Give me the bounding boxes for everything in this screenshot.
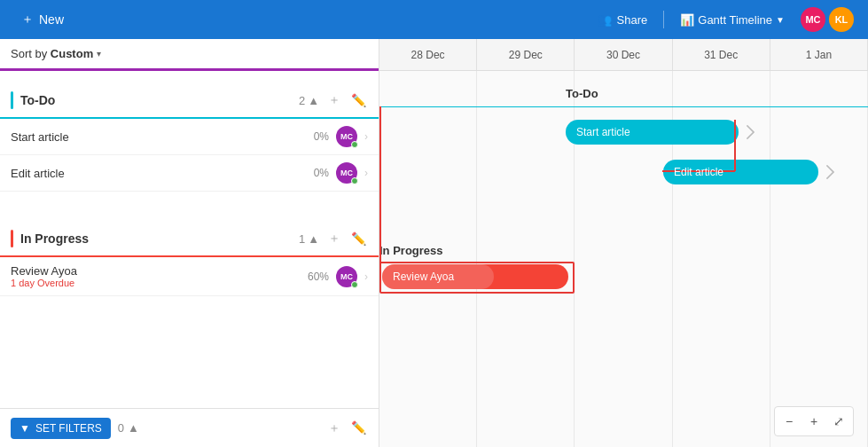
share-label: Share <box>617 13 648 27</box>
task-list: To-Do 2 ▲ ＋ ✏️ Start article 0% MC <box>0 71 379 408</box>
gantt-bar-container-start-article[interactable]: Start article <box>566 120 753 145</box>
avatar-group: MC KL <box>801 7 854 32</box>
date-label: 28 Dec <box>411 49 445 61</box>
bottom-actions: ＋ ✏️ <box>326 419 368 438</box>
avatar-initials: MC <box>340 272 353 281</box>
edit-bottom-icon[interactable]: ✏️ <box>349 419 368 438</box>
sort-bar[interactable]: Sort by Custom ▾ <box>0 39 379 71</box>
sort-field: Custom <box>51 47 93 60</box>
new-button[interactable]: ＋ New <box>14 8 71 31</box>
gantt-panel: 28 Dec 29 Dec 30 Dec 31 Dec 1 Jan <box>379 39 868 447</box>
section-actions: ＋ ✏️ <box>326 90 368 110</box>
task-name: Review Ayoa 1 day Overdue <box>11 264 293 288</box>
task-row[interactable]: Edit article 0% MC › <box>0 155 379 192</box>
share-icon: 👥 <box>598 13 612 27</box>
grid-col <box>379 71 477 447</box>
sort-asc-icon: ▲ <box>308 232 319 246</box>
avatar: MC <box>336 266 357 287</box>
avatar[interactable]: KL <box>829 7 854 32</box>
task-progress: 0% <box>301 130 329 143</box>
sort-bar-text: Sort by Custom <box>11 47 93 60</box>
zoom-plus-button[interactable]: + <box>803 411 825 432</box>
add-bottom-icon[interactable]: ＋ <box>326 419 342 438</box>
sort-asc-icon: ▲ <box>308 94 319 107</box>
gantt-bar-container-review-ayoa[interactable]: Review Ayoa <box>382 264 568 289</box>
bottom-bar: ▼ SET FILTERS 0 ▲ ＋ ✏️ <box>0 408 379 447</box>
avatar-initials: MC <box>340 132 353 141</box>
date-label: 30 Dec <box>606 49 640 61</box>
gantt-bar-end-arrow <box>820 165 835 180</box>
section-color-bar <box>11 91 13 109</box>
section-count: 1 ▲ <box>299 232 319 246</box>
add-task-icon[interactable]: ＋ <box>326 229 342 248</box>
task-progress: 60% <box>301 271 329 283</box>
spacer <box>0 192 379 209</box>
overdue-label: 1 day Overdue <box>11 278 293 288</box>
zoom-reset-button[interactable]: ⤢ <box>828 411 849 432</box>
share-button[interactable]: 👥 Share <box>589 10 657 30</box>
task-expand-icon[interactable]: › <box>364 271 368 283</box>
gantt-bar-container-edit-article[interactable]: Edit article <box>663 160 833 184</box>
timeline-col-28dec: 28 Dec <box>379 39 477 70</box>
zoom-minus-button[interactable]: − <box>778 411 800 432</box>
header-divider <box>663 11 664 28</box>
date-label: 29 Dec <box>509 49 543 61</box>
count-value: 0 <box>118 421 124 435</box>
gantt-bar-label: Edit article <box>674 166 723 178</box>
add-task-icon[interactable]: ＋ <box>326 90 342 110</box>
section-todo: To-Do 2 ▲ ＋ ✏️ Start article 0% MC <box>0 82 379 192</box>
timeline-col-30dec: 30 Dec <box>575 39 672 70</box>
section-title: In Progress <box>20 231 292 246</box>
edit-section-icon[interactable]: ✏️ <box>349 230 368 247</box>
sort-chevron-icon: ▾ <box>97 49 101 59</box>
gantt-label: Gantt Timeline <box>698 13 772 27</box>
online-dot <box>351 141 358 148</box>
gantt-section-label-in-progress: In Progress <box>379 244 443 257</box>
task-name: Start article <box>11 130 293 144</box>
timeline-col-31dec: 31 Dec <box>673 39 770 70</box>
section-color-bar <box>11 230 13 247</box>
task-expand-icon[interactable]: › <box>364 130 368 143</box>
zoom-controls: − + ⤢ <box>774 406 854 436</box>
todo-divider-line <box>379 106 868 107</box>
avatar-initials: KL <box>835 14 848 25</box>
timeline-body: To-Do Start article Edit article <box>379 71 868 447</box>
grid-col <box>770 71 868 447</box>
app-header: ＋ New 👥 Share 📊 Gantt Timeline ▼ MC KL <box>0 0 868 39</box>
sort-asc-icon: ▲ <box>128 421 139 435</box>
gantt-bar-start-article: Start article <box>566 120 739 145</box>
avatar[interactable]: MC <box>801 7 825 32</box>
section-in-progress: In Progress 1 ▲ ＋ ✏️ Review Ayoa 1 day O… <box>0 220 379 296</box>
timeline-header: 28 Dec 29 Dec 30 Dec 31 Dec 1 Jan <box>379 39 868 71</box>
gantt-timeline-button[interactable]: 📊 Gantt Timeline ▼ <box>671 10 794 30</box>
plus-icon: ＋ <box>21 12 34 27</box>
bottom-count: 0 ▲ <box>118 421 319 435</box>
gantt-icon: 📊 <box>680 13 694 27</box>
connector-vertical-1 <box>734 120 736 171</box>
task-name: Edit article <box>11 167 293 180</box>
left-panel: Sort by Custom ▾ To-Do 2 ▲ ＋ ✏️ <box>0 39 379 447</box>
gantt-bar-edit-article: Edit article <box>663 160 818 184</box>
section-title: To-Do <box>20 93 292 107</box>
set-filters-label: SET FILTERS <box>35 422 102 435</box>
date-label: 31 Dec <box>704 49 738 61</box>
task-progress: 0% <box>301 167 329 179</box>
filter-icon: ▼ <box>20 422 30 435</box>
avatar-initials: MC <box>805 14 820 25</box>
task-expand-icon[interactable]: › <box>364 167 368 179</box>
set-filters-button[interactable]: ▼ SET FILTERS <box>11 418 111 439</box>
connector-vertical-left <box>379 106 381 282</box>
new-label: New <box>39 12 64 27</box>
chevron-down-icon: ▼ <box>776 15 785 25</box>
date-label: 1 Jan <box>806 49 832 61</box>
edit-section-icon[interactable]: ✏️ <box>349 91 368 109</box>
main-layout: Sort by Custom ▾ To-Do 2 ▲ ＋ ✏️ <box>0 39 868 447</box>
task-row[interactable]: Review Ayoa 1 day Overdue 60% MC › <box>0 257 379 296</box>
online-dot <box>351 281 358 288</box>
avatar-initials: MC <box>340 169 353 177</box>
timeline-col-29dec: 29 Dec <box>477 39 575 70</box>
grid-col <box>477 71 575 447</box>
gantt-bar-review-ayoa: Review Ayoa <box>382 264 568 289</box>
task-row[interactable]: Start article 0% MC › <box>0 119 379 155</box>
gantt-bar-label: Review Ayoa <box>393 271 454 283</box>
